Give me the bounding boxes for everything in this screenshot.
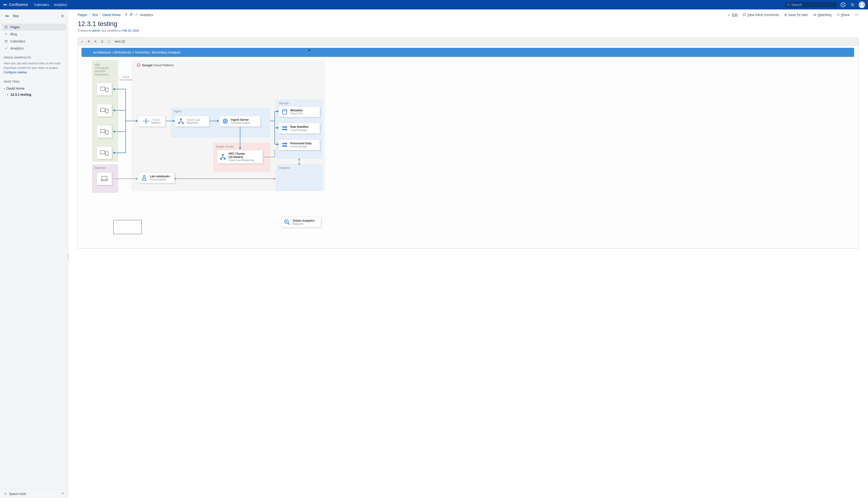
- topnav-analytics[interactable]: Analytics: [52, 3, 69, 6]
- configure-sidebar-link[interactable]: Configure sidebar: [4, 71, 27, 74]
- restrictions-icon[interactable]: [124, 13, 128, 17]
- breadcrumb-link[interactable]: Test: [92, 13, 98, 17]
- zoom-in-button[interactable]: [86, 39, 92, 44]
- view-comments-button[interactable]: View inline comments: [743, 13, 779, 17]
- devices-icon: [100, 129, 108, 135]
- pagetree-heading: PAGE TREE: [0, 77, 68, 84]
- space-tools-button[interactable]: Space tools: [4, 492, 26, 496]
- storage-icon: [281, 142, 288, 148]
- laptop-node: [97, 172, 112, 185]
- svg-line-57: [179, 121, 181, 122]
- gcp-logo: Google Cloud Platform: [136, 63, 174, 67]
- pencil-icon: [728, 13, 731, 16]
- diagram-canvas[interactable]: Architecture: LifeSciences > Genomics, S…: [78, 45, 858, 248]
- device-node: [97, 146, 112, 159]
- topbar: Confluence Calendars Analytics ?: [0, 0, 868, 10]
- zoom-out-button[interactable]: [93, 39, 99, 44]
- svg-rect-77: [282, 129, 287, 130]
- device-node: [97, 83, 112, 95]
- share-button[interactable]: Share: [837, 13, 850, 17]
- svg-point-37: [107, 91, 107, 91]
- storage-icon: [281, 125, 288, 132]
- pencil-icon: [81, 40, 84, 43]
- collapse-sidebar-button[interactable]: [61, 492, 64, 496]
- svg-text:?: ?: [842, 3, 844, 6]
- search-icon: [787, 3, 790, 6]
- sidebar-item-label: Blog: [10, 32, 17, 36]
- svg-point-0: [787, 3, 789, 5]
- shortcuts-heading: SPACE SHORTCUTS: [0, 53, 68, 60]
- svg-rect-32: [101, 41, 103, 43]
- sidebar-item-analytics[interactable]: Analytics: [2, 45, 66, 52]
- edit-diagram-button[interactable]: [79, 39, 85, 44]
- svg-rect-53: [180, 118, 182, 120]
- zone-label-storage: Storage: [279, 102, 289, 105]
- settings-button[interactable]: [849, 1, 856, 8]
- devices-icon: [100, 86, 108, 92]
- main-content: Pages / Test / David Home Analytics: [68, 10, 868, 498]
- bigquery-icon: [284, 219, 290, 225]
- star-icon: [784, 13, 787, 16]
- user-avatar[interactable]: [858, 1, 865, 8]
- svg-point-13: [5, 493, 6, 494]
- help-icon: ?: [840, 2, 846, 7]
- zone-label-sequences: High Throughput Genome Sequences: [94, 63, 109, 76]
- edit-button[interactable]: Edit: [728, 13, 737, 17]
- svg-line-21: [837, 15, 839, 15]
- fullscreen-button[interactable]: [106, 39, 112, 44]
- sidebar-item-calendars[interactable]: Calendars: [2, 38, 66, 45]
- topnav-calendars[interactable]: Calendars: [32, 3, 52, 6]
- search-input[interactable]: [791, 3, 835, 6]
- zoom-out-icon: [94, 40, 97, 43]
- confluence-logo[interactable]: Confluence: [3, 2, 28, 7]
- space-name[interactable]: Test: [13, 14, 19, 18]
- save-for-later-button[interactable]: Save for later: [784, 13, 808, 17]
- confluence-icon: [3, 2, 8, 7]
- calendar-icon: [4, 40, 8, 43]
- svg-point-19: [839, 15, 839, 16]
- compute-icon: [222, 118, 229, 124]
- modified-date-link[interactable]: Feb 15, 2024: [122, 29, 139, 32]
- sidebar-item-pages[interactable]: Pages: [2, 24, 66, 31]
- watching-button[interactable]: Watching: [813, 13, 831, 17]
- svg-point-51: [146, 118, 147, 120]
- breadcrumb-analytics[interactable]: Analytics: [140, 13, 153, 17]
- svg-rect-88: [286, 221, 287, 222]
- sql-icon: [281, 108, 288, 115]
- sidebar-item-label: Pages: [10, 25, 20, 29]
- breadcrumb-link[interactable]: David Home: [103, 13, 121, 17]
- diagram-tab-label: test1 [3]: [115, 40, 125, 43]
- network-icon: [143, 118, 149, 124]
- svg-rect-70: [220, 158, 222, 160]
- analytics-icon: [4, 47, 8, 50]
- help-button[interactable]: ?: [840, 1, 846, 8]
- tree-item-label: David Home: [6, 87, 25, 90]
- svg-point-40: [107, 112, 107, 113]
- tree-item-root[interactable]: ▾ David Home: [2, 86, 66, 91]
- sidebar-resize-handle[interactable]: [67, 254, 69, 261]
- svg-line-74: [223, 157, 225, 158]
- analytics-icon: [135, 13, 138, 17]
- ingest-server-node: Ingest ServerCompute Engine: [219, 116, 261, 127]
- zone-label-ingest: Ingest: [174, 110, 181, 113]
- tree-item-child[interactable]: 12.3.1 testing: [2, 91, 66, 97]
- breadcrumb-link[interactable]: Pages: [78, 13, 87, 17]
- sidebar-item-label: Calendars: [10, 39, 25, 43]
- space-logo[interactable]: [4, 13, 10, 19]
- space-header: Test: [0, 10, 68, 23]
- svg-rect-44: [100, 151, 105, 154]
- svg-rect-87: [286, 221, 286, 223]
- more-actions-button[interactable]: [855, 14, 858, 15]
- svg-line-86: [288, 223, 289, 225]
- sidebar-item-blog[interactable]: Blog: [2, 31, 66, 38]
- fullscreen-icon: [107, 40, 110, 43]
- page-icon: [4, 25, 8, 29]
- attachments-icon[interactable]: [130, 13, 133, 17]
- zone-label-cluster: Elastic Cluster: [216, 145, 234, 148]
- devices-icon: [100, 107, 108, 114]
- author-link[interactable]: admin: [92, 29, 100, 32]
- star-button[interactable]: [60, 14, 64, 18]
- chevron-down-icon[interactable]: ▾: [4, 87, 5, 90]
- fit-button[interactable]: [99, 39, 105, 44]
- search-box[interactable]: [785, 2, 837, 8]
